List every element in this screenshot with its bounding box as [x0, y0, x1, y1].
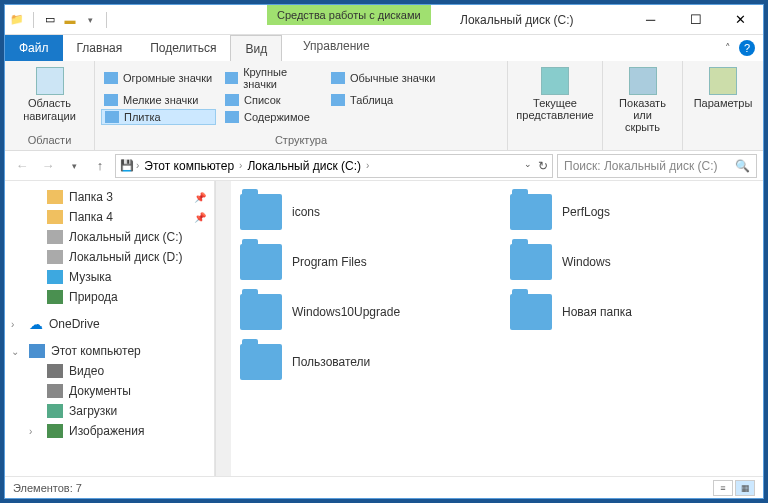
folder-tile[interactable]: Пользователи [237, 341, 487, 383]
group-panes-label: Области [11, 134, 88, 146]
drive-icon: 💾 [120, 159, 134, 172]
layout-huge[interactable]: Огромные значки [101, 65, 216, 91]
folder-tile[interactable]: Windows [507, 241, 757, 283]
layout-list[interactable]: Список [222, 93, 322, 107]
pc-icon [29, 344, 45, 358]
minimize-button[interactable]: ─ [628, 5, 673, 35]
layout-medium[interactable]: Обычные значки [328, 65, 458, 91]
item-count: Элементов: 7 [13, 482, 82, 494]
folder-icon [240, 244, 282, 280]
nav-scrollbar[interactable] [215, 181, 231, 476]
folder-tile[interactable]: icons [237, 191, 487, 233]
forward-button[interactable]: → [37, 155, 59, 177]
help-icon[interactable]: ? [739, 40, 755, 56]
nav-folder4[interactable]: Папка 4📌 [5, 207, 214, 227]
layout-large[interactable]: Крупные значки [222, 65, 322, 91]
ribbon-tabs: Файл Главная Поделиться Вид Управление ˄… [5, 35, 763, 61]
app-icon: 📁 [9, 12, 25, 28]
cloud-icon: ☁ [29, 316, 43, 332]
layout-small[interactable]: Мелкие значки [101, 93, 216, 107]
nav-video[interactable]: Видео [5, 361, 214, 381]
window-title: Локальный диск (C:) [460, 13, 574, 27]
breadcrumb[interactable]: 💾 › Этот компьютер › Локальный диск (C:)… [115, 154, 553, 178]
folder-icon [240, 344, 282, 380]
back-button[interactable]: ← [11, 155, 33, 177]
options-button[interactable]: Параметры [689, 65, 757, 111]
layout-table[interactable]: Таблица [328, 93, 458, 107]
view-icons-button[interactable]: ▦ [735, 480, 755, 496]
qat-dropdown-icon[interactable]: ▾ [82, 12, 98, 28]
folder-icon [510, 244, 552, 280]
folder-icon [510, 194, 552, 230]
layout-content[interactable]: Содержимое [222, 109, 322, 125]
nav-pane-label: Область навигации [17, 97, 82, 123]
refresh-icon[interactable]: ↻ [538, 159, 548, 173]
ribbon: Область навигации Области Огромные значк… [5, 61, 763, 151]
maximize-button[interactable]: ☐ [673, 5, 718, 35]
nav-docs[interactable]: Документы [5, 381, 214, 401]
up-button[interactable]: ↑ [89, 155, 111, 177]
tab-file[interactable]: Файл [5, 35, 63, 61]
view-details-button[interactable]: ≡ [713, 480, 733, 496]
nav-thispc[interactable]: ⌄Этот компьютер [5, 341, 214, 361]
chevron-right-icon[interactable]: › [29, 426, 32, 437]
group-layout-label: Структура [101, 134, 501, 146]
nav-nature[interactable]: Природа [5, 287, 214, 307]
show-hide-label: Показать или скрыть [615, 97, 670, 133]
folder-tile[interactable]: Program Files [237, 241, 487, 283]
tab-view[interactable]: Вид [230, 35, 282, 61]
content-area: icons PerfLogs Program Files Windows Win… [231, 181, 763, 476]
recent-dropdown[interactable]: ▾ [63, 155, 85, 177]
qat-newfolder-icon[interactable]: ▬ [62, 12, 78, 28]
chevron-right-icon[interactable]: › [239, 160, 242, 171]
tab-home[interactable]: Главная [63, 35, 137, 61]
search-icon[interactable]: 🔍 [735, 159, 750, 173]
chevron-right-icon[interactable]: › [11, 319, 14, 330]
address-dropdown-icon[interactable]: ⌄ [524, 159, 532, 173]
layout-tiles[interactable]: Плитка [101, 109, 216, 125]
folder-icon [510, 294, 552, 330]
chevron-down-icon[interactable]: ⌄ [11, 346, 19, 357]
titlebar: 📁 ▭ ▬ ▾ Средства работы с дисками Локаль… [5, 5, 763, 35]
breadcrumb-drive[interactable]: Локальный диск (C:) [244, 159, 364, 173]
current-view-label: Текущее представление [516, 97, 593, 121]
nav-pane: Папка 3📌 Папка 4📌 Локальный диск (C:) Ло… [5, 181, 215, 476]
folder-tile[interactable]: PerfLogs [507, 191, 757, 233]
current-view-icon [541, 67, 569, 95]
tab-share[interactable]: Поделиться [136, 35, 230, 61]
pin-icon: 📌 [194, 192, 206, 203]
nav-images[interactable]: ›Изображения [5, 421, 214, 441]
qat-properties-icon[interactable]: ▭ [42, 12, 58, 28]
options-icon [709, 67, 737, 95]
nav-pane-icon [36, 67, 64, 95]
nav-onedrive[interactable]: ›☁OneDrive [5, 313, 214, 335]
tab-manage[interactable]: Управление [293, 35, 380, 57]
nav-pane-button[interactable]: Область навигации [11, 65, 88, 125]
status-bar: Элементов: 7 ≡ ▦ [5, 476, 763, 498]
contextual-tab-header: Средства работы с дисками [267, 5, 431, 25]
current-view-button[interactable]: Текущее представление [514, 65, 596, 123]
folder-icon [240, 294, 282, 330]
nav-folder3[interactable]: Папка 3📌 [5, 187, 214, 207]
show-hide-button[interactable]: Показать или скрыть [609, 65, 676, 135]
breadcrumb-thispc[interactable]: Этот компьютер [141, 159, 237, 173]
nav-diskd[interactable]: Локальный диск (D:) [5, 247, 214, 267]
nav-music[interactable]: Музыка [5, 267, 214, 287]
nav-diskc[interactable]: Локальный диск (C:) [5, 227, 214, 247]
folder-tile[interactable]: Windows10Upgrade [237, 291, 487, 333]
folder-tile[interactable]: Новая папка [507, 291, 757, 333]
options-label: Параметры [694, 97, 753, 109]
address-bar: ← → ▾ ↑ 💾 › Этот компьютер › Локальный д… [5, 151, 763, 181]
search-placeholder: Поиск: Локальный диск (C:) [564, 159, 729, 173]
explorer-window: 📁 ▭ ▬ ▾ Средства работы с дисками Локаль… [4, 4, 764, 499]
quick-access-toolbar: 📁 ▭ ▬ ▾ [5, 12, 115, 28]
layout-options: Огромные значки Крупные значки Обычные з… [101, 65, 501, 125]
chevron-right-icon[interactable]: › [366, 160, 369, 171]
search-box[interactable]: Поиск: Локальный диск (C:) 🔍 [557, 154, 757, 178]
folder-icon [240, 194, 282, 230]
chevron-right-icon[interactable]: › [136, 160, 139, 171]
show-hide-icon [629, 67, 657, 95]
close-button[interactable]: ✕ [718, 5, 763, 35]
collapse-ribbon-icon[interactable]: ˄ [725, 42, 731, 55]
nav-downloads[interactable]: Загрузки [5, 401, 214, 421]
